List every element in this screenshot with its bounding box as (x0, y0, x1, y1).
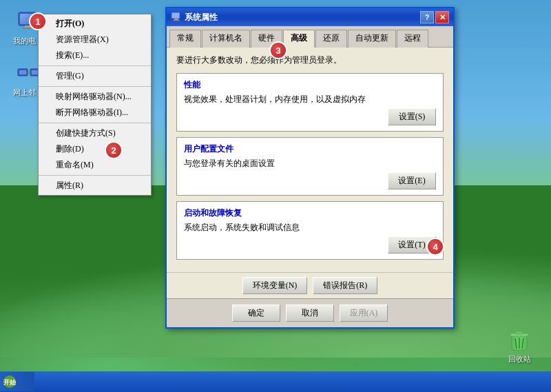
user-profiles-btn-row: 设置(E) (184, 172, 436, 189)
svg-text:开始: 开始 (3, 379, 17, 386)
tab-computer-name[interactable]: 计算机名 (202, 30, 250, 48)
dialog-title: 系统属性 (185, 12, 218, 23)
system-properties-dialog: 系统属性 ? ✕ 常规 计算机名 硬件 高级 还原 (165, 7, 455, 329)
context-menu: 打开(O) 资源管理器(X) 搜索(E)... 管理(G) 映射网络驱动器(N)… (38, 14, 152, 196)
startup-recovery-desc: 系统启动，系统失败和调试信息 (184, 222, 436, 234)
startup-recovery-btn-row: 设置(T) (184, 236, 436, 254)
recycle-bin-label: 回收站 (508, 354, 531, 364)
menu-manage[interactable]: 管理(G) (39, 68, 151, 84)
menu-create-shortcut[interactable]: 创建快捷方式(S) (39, 125, 151, 141)
separator-2 (39, 86, 151, 87)
svg-rect-12 (172, 13, 179, 18)
titlebar-buttons: ? ✕ (420, 11, 449, 23)
titlebar-left: 系统属性 (171, 12, 218, 23)
ok-cancel-row: 确定 取消 应用(A) (167, 298, 453, 327)
tab-auto-update[interactable]: 自动更新 (348, 30, 396, 48)
separator-4 (39, 175, 151, 176)
separator-1 (39, 65, 151, 66)
help-button[interactable]: ? (420, 11, 434, 23)
svg-rect-13 (174, 19, 178, 20)
tab-bar: 常规 计算机名 硬件 高级 还原 自动更新 远程 (167, 26, 453, 48)
performance-settings-button[interactable]: 设置(S) (388, 108, 436, 125)
menu-rename[interactable]: 重命名(M) (39, 157, 151, 173)
recycle-bin-image (507, 328, 532, 353)
startup-recovery-title: 启动和故障恢复 (184, 207, 436, 219)
badge-3: 3 (269, 41, 287, 59)
svg-rect-6 (19, 70, 26, 74)
start-button[interactable]: 开始 (0, 372, 34, 391)
tab-remote[interactable]: 远程 (397, 30, 428, 48)
menu-properties[interactable]: 属性(R) (39, 178, 151, 194)
apply-button[interactable]: 应用(A) (340, 305, 388, 322)
tab-general[interactable]: 常规 (169, 30, 201, 48)
ok-button[interactable]: 确定 (232, 305, 280, 322)
dialog-titlebar: 系统属性 ? ✕ (167, 8, 453, 26)
user-profiles-desc: 与您登录有关的桌面设置 (184, 158, 436, 169)
performance-section: 性能 视觉效果，处理器计划，内存使用，以及虚拟内存 设置(S) (176, 73, 444, 132)
menu-open[interactable]: 打开(O) (39, 16, 151, 32)
menu-delete[interactable]: 删除(D) (39, 141, 151, 157)
taskbar: 开始 (0, 371, 551, 392)
tab-restore[interactable]: 还原 (315, 30, 347, 48)
svg-point-10 (28, 71, 30, 74)
env-vars-button[interactable]: 环境变量(N) (242, 277, 308, 294)
badge-4: 4 (426, 238, 444, 256)
performance-title: 性能 (184, 79, 436, 91)
tab-advanced[interactable]: 高级 (283, 30, 315, 48)
cancel-button[interactable]: 取消 (286, 305, 334, 322)
performance-btn-row: 设置(S) (184, 108, 436, 125)
user-profiles-title: 用户配置文件 (184, 143, 436, 155)
desktop: 我的电 脑 网上邻 居 打开(O) 资源管理器(X) 搜索(E)... (0, 0, 551, 392)
error-report-button[interactable]: 错误报告(R) (313, 277, 377, 294)
env-error-row: 环境变量(N) 错误报告(R) (167, 272, 453, 298)
user-profiles-section: 用户配置文件 与您登录有关的桌面设置 设置(E) (176, 137, 444, 196)
menu-search[interactable]: 搜索(E)... (39, 48, 151, 63)
computer-icon (171, 12, 182, 23)
dialog-body: 要进行大多数改动，您必须作为管理员登录。 性能 视觉效果，处理器计划，内存使用，… (167, 48, 453, 272)
performance-desc: 视觉效果，处理器计划，内存使用，以及虚拟内存 (184, 94, 436, 105)
menu-disconnect[interactable]: 断开网络驱动器(I)... (39, 105, 151, 121)
user-profiles-settings-button[interactable]: 设置(E) (388, 172, 436, 189)
close-button[interactable]: ✕ (435, 11, 449, 23)
svg-rect-14 (173, 20, 180, 21)
menu-explore[interactable]: 资源管理器(X) (39, 32, 151, 48)
startup-recovery-section: 启动和故障恢复 系统启动，系统失败和调试信息 设置(T) (176, 201, 444, 260)
menu-map-drive[interactable]: 映射网络驱动器(N)... (39, 89, 151, 105)
svg-rect-21 (516, 331, 523, 334)
separator-3 (39, 123, 151, 123)
badge-1: 1 (29, 12, 47, 30)
notice-text: 要进行大多数改动，您必须作为管理员登录。 (176, 54, 444, 66)
badge-2: 2 (105, 141, 123, 159)
recycle-bin-icon[interactable]: 回收站 (497, 328, 541, 364)
